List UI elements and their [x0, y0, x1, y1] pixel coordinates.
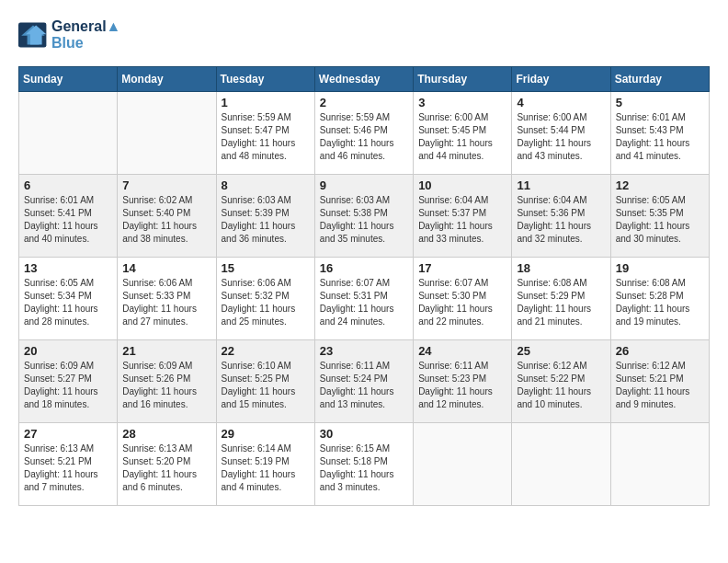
- calendar-cell: 6Sunrise: 6:01 AM Sunset: 5:41 PM Daylig…: [19, 175, 118, 258]
- day-info: Sunrise: 6:12 AM Sunset: 5:22 PM Dayligh…: [517, 360, 605, 411]
- calendar-week-row: 6Sunrise: 6:01 AM Sunset: 5:41 PM Daylig…: [19, 175, 710, 258]
- day-info: Sunrise: 6:03 AM Sunset: 5:39 PM Dayligh…: [222, 194, 310, 246]
- day-info: Sunrise: 6:09 AM Sunset: 5:26 PM Dayligh…: [122, 360, 210, 411]
- day-number: 20: [24, 344, 112, 358]
- calendar-cell: 22Sunrise: 6:10 AM Sunset: 5:25 PM Dayli…: [216, 340, 314, 423]
- day-header-monday: Monday: [118, 67, 216, 92]
- calendar-cell: 19Sunrise: 6:08 AM Sunset: 5:28 PM Dayli…: [610, 258, 709, 340]
- calendar-cell: 15Sunrise: 6:06 AM Sunset: 5:32 PM Dayli…: [216, 258, 314, 340]
- day-info: Sunrise: 6:15 AM Sunset: 5:18 PM Dayligh…: [320, 442, 408, 494]
- calendar-cell: 11Sunrise: 6:04 AM Sunset: 5:36 PM Dayli…: [512, 175, 610, 258]
- calendar-cell: 30Sunrise: 6:15 AM Sunset: 5:18 PM Dayli…: [314, 423, 413, 506]
- day-number: 16: [320, 261, 408, 275]
- calendar-cell: 23Sunrise: 6:11 AM Sunset: 5:24 PM Dayli…: [314, 340, 413, 423]
- calendar-cell: 28Sunrise: 6:13 AM Sunset: 5:20 PM Dayli…: [118, 423, 216, 506]
- day-info: Sunrise: 6:05 AM Sunset: 5:35 PM Dayligh…: [616, 194, 704, 246]
- logo: General▲ Blue: [18, 18, 120, 52]
- calendar-week-row: 13Sunrise: 6:05 AM Sunset: 5:34 PM Dayli…: [19, 258, 710, 340]
- day-header-friday: Friday: [512, 67, 610, 92]
- day-number: 13: [24, 261, 112, 275]
- day-info: Sunrise: 5:59 AM Sunset: 5:46 PM Dayligh…: [320, 111, 408, 163]
- day-header-tuesday: Tuesday: [216, 67, 314, 92]
- calendar-cell: 18Sunrise: 6:08 AM Sunset: 5:29 PM Dayli…: [512, 258, 610, 340]
- calendar-cell: 29Sunrise: 6:14 AM Sunset: 5:19 PM Dayli…: [216, 423, 314, 506]
- day-number: 21: [122, 344, 210, 358]
- calendar-cell: [19, 92, 118, 175]
- day-number: 6: [24, 178, 112, 192]
- day-number: 25: [517, 344, 605, 358]
- day-number: 26: [616, 344, 704, 358]
- calendar-cell: 27Sunrise: 6:13 AM Sunset: 5:21 PM Dayli…: [19, 423, 118, 506]
- day-info: Sunrise: 6:10 AM Sunset: 5:25 PM Dayligh…: [222, 360, 310, 411]
- day-info: Sunrise: 6:09 AM Sunset: 5:27 PM Dayligh…: [24, 360, 112, 411]
- day-info: Sunrise: 6:02 AM Sunset: 5:40 PM Dayligh…: [122, 194, 210, 246]
- day-number: 24: [418, 344, 506, 358]
- day-number: 1: [222, 96, 310, 109]
- calendar-week-row: 1Sunrise: 5:59 AM Sunset: 5:47 PM Daylig…: [19, 92, 710, 175]
- calendar-cell: 5Sunrise: 6:01 AM Sunset: 5:43 PM Daylig…: [610, 92, 709, 175]
- calendar-cell: 24Sunrise: 6:11 AM Sunset: 5:23 PM Dayli…: [414, 340, 512, 423]
- day-info: Sunrise: 6:14 AM Sunset: 5:19 PM Dayligh…: [222, 442, 310, 494]
- day-number: 29: [222, 427, 310, 441]
- calendar-cell: 25Sunrise: 6:12 AM Sunset: 5:22 PM Dayli…: [512, 340, 610, 423]
- day-info: Sunrise: 6:12 AM Sunset: 5:21 PM Dayligh…: [616, 360, 704, 411]
- day-number: 3: [418, 96, 506, 109]
- day-info: Sunrise: 6:01 AM Sunset: 5:41 PM Dayligh…: [24, 194, 112, 246]
- calendar-cell: 7Sunrise: 6:02 AM Sunset: 5:40 PM Daylig…: [118, 175, 216, 258]
- day-info: Sunrise: 6:07 AM Sunset: 5:31 PM Dayligh…: [320, 277, 408, 328]
- calendar-cell: 10Sunrise: 6:04 AM Sunset: 5:37 PM Dayli…: [414, 175, 512, 258]
- day-number: 18: [517, 261, 605, 275]
- calendar-cell: 4Sunrise: 6:00 AM Sunset: 5:44 PM Daylig…: [512, 92, 610, 175]
- day-number: 4: [517, 96, 605, 109]
- day-info: Sunrise: 6:00 AM Sunset: 5:45 PM Dayligh…: [418, 111, 506, 163]
- day-number: 15: [222, 261, 310, 275]
- day-number: 10: [418, 178, 506, 192]
- calendar-table: SundayMondayTuesdayWednesdayThursdayFrid…: [18, 66, 710, 506]
- day-info: Sunrise: 6:01 AM Sunset: 5:43 PM Dayligh…: [616, 111, 704, 163]
- day-info: Sunrise: 6:08 AM Sunset: 5:28 PM Dayligh…: [616, 277, 704, 328]
- day-info: Sunrise: 6:04 AM Sunset: 5:37 PM Dayligh…: [418, 194, 506, 246]
- day-number: 5: [616, 96, 704, 109]
- day-info: Sunrise: 6:08 AM Sunset: 5:29 PM Dayligh…: [517, 277, 605, 328]
- calendar-cell: 8Sunrise: 6:03 AM Sunset: 5:39 PM Daylig…: [216, 175, 314, 258]
- calendar-header-row: SundayMondayTuesdayWednesdayThursdayFrid…: [19, 67, 710, 92]
- calendar-cell: 2Sunrise: 5:59 AM Sunset: 5:46 PM Daylig…: [314, 92, 413, 175]
- day-number: 8: [222, 178, 310, 192]
- day-info: Sunrise: 6:13 AM Sunset: 5:20 PM Dayligh…: [122, 442, 210, 494]
- day-number: 23: [320, 344, 408, 358]
- day-number: 2: [320, 96, 408, 109]
- calendar-week-row: 27Sunrise: 6:13 AM Sunset: 5:21 PM Dayli…: [19, 423, 710, 506]
- calendar-cell: 26Sunrise: 6:12 AM Sunset: 5:21 PM Dayli…: [610, 340, 709, 423]
- day-info: Sunrise: 6:06 AM Sunset: 5:32 PM Dayligh…: [222, 277, 310, 328]
- day-number: 19: [616, 261, 704, 275]
- calendar-cell: [414, 423, 512, 506]
- day-info: Sunrise: 6:00 AM Sunset: 5:44 PM Dayligh…: [517, 111, 605, 163]
- day-header-wednesday: Wednesday: [314, 67, 413, 92]
- day-number: 22: [222, 344, 310, 358]
- calendar-cell: 13Sunrise: 6:05 AM Sunset: 5:34 PM Dayli…: [19, 258, 118, 340]
- calendar-cell: 16Sunrise: 6:07 AM Sunset: 5:31 PM Dayli…: [314, 258, 413, 340]
- calendar-cell: 12Sunrise: 6:05 AM Sunset: 5:35 PM Dayli…: [610, 175, 709, 258]
- day-number: 7: [122, 178, 210, 192]
- day-header-sunday: Sunday: [19, 67, 118, 92]
- day-info: Sunrise: 6:03 AM Sunset: 5:38 PM Dayligh…: [320, 194, 408, 246]
- calendar-cell: 20Sunrise: 6:09 AM Sunset: 5:27 PM Dayli…: [19, 340, 118, 423]
- day-info: Sunrise: 6:13 AM Sunset: 5:21 PM Dayligh…: [24, 442, 112, 494]
- calendar-cell: 9Sunrise: 6:03 AM Sunset: 5:38 PM Daylig…: [314, 175, 413, 258]
- day-info: Sunrise: 6:11 AM Sunset: 5:23 PM Dayligh…: [418, 360, 506, 411]
- calendar-cell: 14Sunrise: 6:06 AM Sunset: 5:33 PM Dayli…: [118, 258, 216, 340]
- day-number: 11: [517, 178, 605, 192]
- logo-icon: [18, 22, 48, 48]
- calendar-cell: 17Sunrise: 6:07 AM Sunset: 5:30 PM Dayli…: [414, 258, 512, 340]
- calendar-cell: 21Sunrise: 6:09 AM Sunset: 5:26 PM Dayli…: [118, 340, 216, 423]
- day-info: Sunrise: 6:04 AM Sunset: 5:36 PM Dayligh…: [517, 194, 605, 246]
- calendar-cell: [512, 423, 610, 506]
- day-header-thursday: Thursday: [414, 67, 512, 92]
- calendar-cell: 3Sunrise: 6:00 AM Sunset: 5:45 PM Daylig…: [414, 92, 512, 175]
- calendar-cell: 1Sunrise: 5:59 AM Sunset: 5:47 PM Daylig…: [216, 92, 314, 175]
- day-info: Sunrise: 6:11 AM Sunset: 5:24 PM Dayligh…: [320, 360, 408, 411]
- calendar-cell: [610, 423, 709, 506]
- day-number: 9: [320, 178, 408, 192]
- day-info: Sunrise: 6:07 AM Sunset: 5:30 PM Dayligh…: [418, 277, 506, 328]
- day-info: Sunrise: 6:06 AM Sunset: 5:33 PM Dayligh…: [122, 277, 210, 328]
